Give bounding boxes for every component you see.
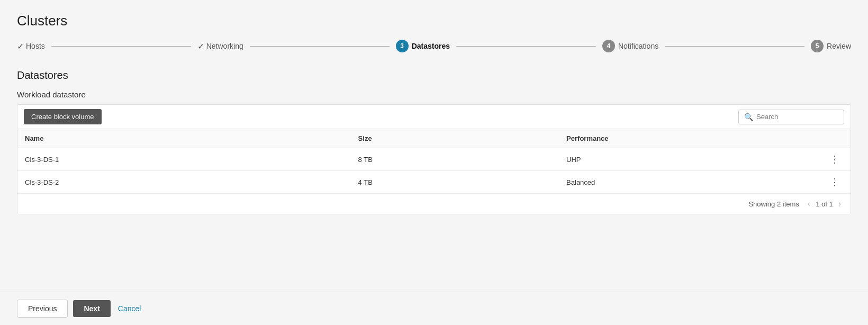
- step-connector-4: [665, 46, 804, 47]
- row1-performance: UHP: [559, 148, 809, 171]
- networking-check-icon: ✓: [197, 41, 204, 51]
- next-button[interactable]: Next: [73, 300, 110, 317]
- cancel-button[interactable]: Cancel: [118, 304, 141, 313]
- row2-name: Cls-3-DS-2: [17, 171, 351, 194]
- wizard-step-datastores[interactable]: 3 Datastores: [396, 40, 450, 52]
- page-indicator: 1 of 1: [816, 200, 833, 208]
- previous-button[interactable]: Previous: [17, 300, 68, 318]
- row1-actions[interactable]: ⋮: [809, 148, 851, 171]
- col-header-performance: Performance: [559, 129, 809, 148]
- hosts-step-label: Hosts: [26, 42, 45, 50]
- showing-count: Showing 2 items: [748, 200, 799, 208]
- row2-actions[interactable]: ⋮: [809, 171, 851, 194]
- bottom-navigation-bar: Previous Next Cancel: [0, 292, 868, 325]
- wizard-steps: ✓ Hosts ✓ Networking 3 Datastores 4 Noti…: [17, 40, 851, 52]
- table-row: Cls-3-DS-2 4 TB Balanced ⋮: [17, 171, 851, 194]
- row1-size: 8 TB: [351, 148, 559, 171]
- page-title: Clusters: [17, 13, 851, 29]
- create-block-volume-button[interactable]: Create block volume: [24, 109, 102, 124]
- wizard-step-notifications[interactable]: 4 Notifications: [602, 40, 658, 52]
- wizard-step-hosts[interactable]: ✓ Hosts: [17, 41, 45, 51]
- row1-kebab-menu[interactable]: ⋮: [827, 153, 843, 166]
- table-row: Cls-3-DS-1 8 TB UHP ⋮: [17, 148, 851, 171]
- workload-datastore-subtitle: Workload datastore: [17, 90, 851, 99]
- networking-step-label: Networking: [206, 42, 243, 50]
- main-content: Clusters ✓ Hosts ✓ Networking 3 Datastor…: [0, 0, 868, 292]
- row2-size: 4 TB: [351, 171, 559, 194]
- datastores-step-label: Datastores: [412, 42, 450, 50]
- pagination: ‹ 1 of 1 ›: [806, 198, 843, 210]
- step-connector-3: [456, 46, 596, 47]
- col-header-size: Size: [351, 129, 559, 148]
- notifications-step-label: Notifications: [618, 42, 658, 50]
- wizard-step-networking[interactable]: ✓ Networking: [197, 41, 243, 51]
- review-step-label: Review: [827, 42, 851, 50]
- datastores-section-title: Datastores: [17, 69, 851, 82]
- next-page-button[interactable]: ›: [836, 198, 843, 210]
- table-header: Name Size Performance: [17, 129, 851, 148]
- table-footer: Showing 2 items ‹ 1 of 1 ›: [17, 193, 851, 214]
- search-input[interactable]: [756, 113, 838, 121]
- row2-performance: Balanced: [559, 171, 809, 194]
- search-icon: 🔍: [744, 113, 753, 121]
- row1-name: Cls-3-DS-1: [17, 148, 351, 171]
- step-connector-1: [51, 46, 191, 47]
- wizard-step-review[interactable]: 5 Review: [811, 40, 851, 52]
- table-body: Cls-3-DS-1 8 TB UHP ⋮ Cls-3-DS-2 4 TB Ba…: [17, 148, 851, 194]
- review-step-circle: 5: [811, 40, 824, 52]
- col-header-name: Name: [17, 129, 351, 148]
- table-toolbar: Create block volume 🔍: [17, 105, 851, 129]
- notifications-step-circle: 4: [602, 40, 615, 52]
- page-container: Clusters ✓ Hosts ✓ Networking 3 Datastor…: [0, 0, 868, 325]
- hosts-check-icon: ✓: [17, 41, 24, 51]
- row2-kebab-menu[interactable]: ⋮: [827, 176, 843, 188]
- datastores-table-container: Create block volume 🔍 Name Size Performa…: [17, 104, 851, 214]
- datastores-step-circle: 3: [396, 40, 409, 52]
- prev-page-button[interactable]: ‹: [806, 198, 812, 210]
- col-header-actions: [809, 129, 851, 148]
- datastores-table: Name Size Performance Cls-3-DS-1 8 TB UH…: [17, 129, 851, 193]
- search-box: 🔍: [738, 110, 844, 124]
- step-connector-2: [250, 46, 390, 47]
